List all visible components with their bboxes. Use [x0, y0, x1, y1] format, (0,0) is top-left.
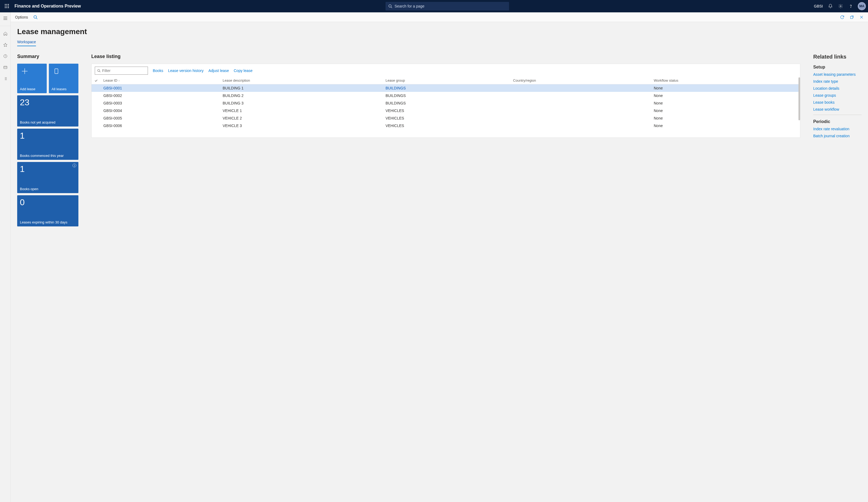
svg-point-11 [840, 6, 841, 7]
popout-icon [850, 15, 854, 19]
svg-rect-7 [7, 7, 7, 8]
info-icon[interactable]: i [72, 164, 76, 167]
tile-books-not-acquired[interactable]: 23 Books not yet acquired [17, 95, 79, 126]
cell-lease-id[interactable]: GBSI-0002 [101, 92, 220, 99]
tile-add-lease[interactable]: Add lease [17, 64, 47, 93]
gear-icon [838, 4, 843, 9]
cell-lease-id[interactable]: GBSI-0003 [101, 99, 220, 107]
options-menu[interactable]: Options [13, 14, 30, 20]
filter-box[interactable] [95, 66, 148, 75]
action-books[interactable]: Books [153, 69, 163, 73]
column-lease-id[interactable]: Lease ID↑ [101, 77, 220, 84]
related-link[interactable]: Location details [813, 86, 861, 91]
column-description[interactable]: Lease description [220, 77, 383, 84]
tile-books-open[interactable]: i 1 Books open [17, 162, 79, 193]
table-row[interactable]: GBSI-0001BUILDING 1BUILDINGSNone [92, 84, 800, 92]
svg-rect-0 [5, 4, 6, 5]
tile-count: 1 [20, 165, 76, 173]
settings-button[interactable] [836, 2, 845, 10]
global-search-input[interactable] [395, 4, 507, 8]
action-copy-lease[interactable]: Copy lease [234, 69, 252, 73]
cell-description: VEHICLE 1 [220, 107, 383, 114]
cell-country [510, 107, 651, 114]
column-group[interactable]: Lease group [383, 77, 510, 84]
cell-group: BUILDINGS [383, 92, 510, 99]
nav-home[interactable] [1, 29, 10, 38]
cell-workflow: None [651, 92, 800, 99]
nav-workspaces[interactable] [1, 63, 10, 72]
refresh-icon [840, 15, 845, 20]
action-version-history[interactable]: Lease version history [168, 69, 204, 73]
table-row[interactable]: GBSI-0003BUILDING 3BUILDINGSNone [92, 99, 800, 107]
related-link[interactable]: Index rate type [813, 79, 861, 83]
notifications-button[interactable] [826, 2, 835, 10]
cell-description: BUILDING 1 [220, 84, 383, 92]
tile-books-commenced[interactable]: 1 Books commenced this year [17, 129, 79, 160]
related-link[interactable]: Lease groups [813, 93, 861, 98]
svg-line-35 [100, 71, 101, 72]
cell-lease-id[interactable]: GBSI-0005 [101, 114, 220, 122]
company-code[interactable]: GBSI [814, 4, 823, 8]
nav-favorites[interactable] [1, 41, 10, 49]
close-button[interactable] [858, 13, 865, 21]
nav-recents[interactable] [1, 52, 10, 60]
clock-icon [3, 54, 8, 58]
table-row[interactable]: GBSI-0004VEHICLE 1VEHICLESNone [92, 107, 800, 114]
home-icon [3, 31, 8, 36]
column-workflow[interactable]: Workflow status [651, 77, 800, 84]
cell-group: BUILDINGS [383, 84, 510, 92]
star-icon [3, 43, 8, 47]
svg-point-34 [98, 69, 100, 71]
related-link[interactable]: Index rate revaluation [813, 127, 861, 131]
search-icon [388, 4, 392, 8]
action-adjust-lease[interactable]: Adjust lease [208, 69, 229, 73]
svg-point-12 [850, 7, 851, 8]
table-row[interactable]: GBSI-0002BUILDING 2BUILDINGSNone [92, 92, 800, 99]
tab-workspace[interactable]: Workspace [17, 40, 36, 46]
page-title: Lease management [17, 28, 861, 36]
scrollbar-thumb[interactable] [798, 78, 800, 120]
user-avatar[interactable]: MA [858, 2, 866, 10]
refresh-button[interactable] [838, 13, 846, 21]
global-search[interactable] [385, 2, 509, 10]
tile-all-leases[interactable]: All leases [49, 64, 79, 93]
svg-rect-1 [7, 4, 7, 5]
plus-icon [20, 66, 30, 76]
column-country[interactable]: Country/region [510, 77, 651, 84]
tile-leases-expiring[interactable]: 0 Leases expiring within 30 days [17, 195, 79, 226]
related-link[interactable]: Lease books [813, 100, 861, 104]
popout-button[interactable] [848, 13, 856, 21]
action-search-button[interactable] [32, 13, 39, 21]
cell-country [510, 114, 651, 122]
svg-rect-33 [55, 69, 58, 74]
svg-marker-16 [3, 43, 7, 47]
table-row[interactable]: GBSI-0006VEHICLE 3VEHICLESNone [92, 122, 800, 130]
tile-label: Books not yet acquired [20, 120, 76, 124]
cell-workflow: None [651, 114, 800, 122]
related-links-title: Related links [813, 54, 861, 60]
app-launcher-button[interactable] [2, 1, 12, 11]
setup-heading: Setup [813, 65, 861, 70]
related-link[interactable]: Asset leasing parameters [813, 72, 861, 76]
column-select-all[interactable] [92, 77, 101, 84]
cell-workflow: None [651, 122, 800, 130]
svg-line-27 [36, 18, 37, 19]
cell-country [510, 84, 651, 92]
svg-rect-28 [850, 16, 853, 19]
close-icon [859, 15, 864, 19]
nav-modules[interactable] [1, 74, 10, 83]
cell-country [510, 122, 651, 130]
svg-rect-6 [5, 7, 6, 8]
help-button[interactable] [847, 2, 855, 10]
cell-lease-id[interactable]: GBSI-0006 [101, 122, 220, 130]
svg-point-26 [34, 16, 37, 18]
related-link[interactable]: Batch journal creation [813, 134, 861, 138]
table-row[interactable]: GBSI-0005VEHICLE 2VEHICLESNone [92, 114, 800, 122]
summary-heading: Summary [17, 54, 79, 59]
cell-lease-id[interactable]: GBSI-0001 [101, 84, 220, 92]
filter-input[interactable] [102, 69, 145, 73]
checkmark-icon [94, 79, 98, 82]
cell-lease-id[interactable]: GBSI-0004 [101, 107, 220, 114]
related-link[interactable]: Lease workflow [813, 107, 861, 112]
nav-toggle-button[interactable] [1, 14, 10, 22]
